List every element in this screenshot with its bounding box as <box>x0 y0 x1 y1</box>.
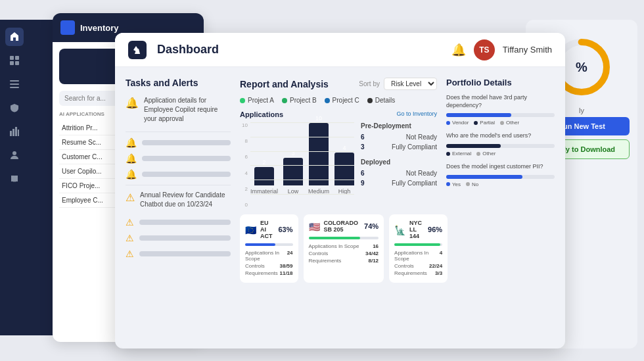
co-stat-1: Applications In Scope 16 <box>309 243 379 249</box>
bar-chart-wrapper: 10 8 6 4 2 0 <box>240 122 354 208</box>
dashboard-header: Dashboard 🔔 TS Tiffany Smith <box>115 33 565 67</box>
sort-label: Sort by <box>359 80 380 87</box>
legend-no: No <box>466 181 478 187</box>
co-bar-fill <box>309 237 361 239</box>
nyc-stat-label-2: Controls <box>394 263 414 269</box>
nyc-stat-2: Controls 22/24 <box>394 263 442 269</box>
legend-label-b: Project B <box>290 97 317 104</box>
bar-medium: 10 Medium <box>308 115 329 195</box>
divider <box>126 132 231 132</box>
sidebar-icon-chart[interactable] <box>5 122 24 141</box>
portfolio-bar-fill-2 <box>446 144 501 148</box>
go-inventory-link[interactable]: Go to Inventory <box>361 110 437 117</box>
chart-title: Applications <box>240 110 354 118</box>
eu-name: EU AI ACT <box>260 220 275 239</box>
not-ready-num: 6 <box>361 133 365 141</box>
sidebar-icon-book[interactable] <box>5 170 24 188</box>
eu-stat-val-3: 11/18 <box>280 270 293 276</box>
external-label: External <box>452 151 471 156</box>
vendor-label: Vendor <box>452 120 469 126</box>
report-title: Report and Analysis <box>240 79 359 89</box>
portfolio-q3: Does the model ingest customer PII? <box>446 163 555 171</box>
sidebar-icon-home[interactable] <box>5 28 24 46</box>
eu-stat-2: Controls 38/59 <box>245 263 293 269</box>
bar-label-high: High <box>338 188 351 195</box>
bar-value-medium: 10 <box>315 115 322 122</box>
sidebar-icon-shield[interactable] <box>5 99 24 117</box>
y-label: 4 <box>245 170 248 176</box>
external-dot <box>446 152 450 156</box>
svg-rect-2 <box>10 61 14 65</box>
inventory-title: Inventory <box>80 23 119 33</box>
eu-stat-val-2: 38/59 <box>280 263 293 269</box>
portfolio-legend-2: External Other <box>446 151 555 156</box>
portfolio-q2: Who are the model's end users? <box>446 132 555 140</box>
bar-label-medium: Medium <box>308 188 329 195</box>
nyc-pct: 96% <box>428 226 442 233</box>
other-dot-2 <box>476 152 480 156</box>
sort-select[interactable]: Risk Level <box>384 78 437 90</box>
deployed-not-ready-num: 6 <box>361 170 365 177</box>
svg-rect-4 <box>10 80 19 82</box>
dashboard-logo <box>128 41 147 59</box>
bar-value-immaterial: 2 <box>263 159 266 166</box>
svg-rect-0 <box>10 56 14 60</box>
alert-line <box>142 140 231 145</box>
y-label: 0 <box>245 202 248 208</box>
not-ready-label: Not Ready <box>406 133 437 141</box>
eu-bar-fill <box>245 243 275 246</box>
yes-dot <box>446 182 450 186</box>
eu-stat-val-1: 24 <box>287 250 293 262</box>
alert-line <box>139 235 231 241</box>
nyc-stat-label-3: Requirements <box>394 270 427 276</box>
tasks-alerts-panel: Tasks and Alerts 🔔 Application details f… <box>126 78 231 338</box>
alert-line <box>142 172 231 177</box>
vendor-dot <box>446 121 450 125</box>
legend-other-2: Other <box>476 151 495 156</box>
sidebar-icon-list[interactable] <box>5 75 24 93</box>
chart-container: Applications 10 8 6 4 2 0 <box>240 110 437 208</box>
alert-line <box>142 156 231 161</box>
bar-value-high: 4 <box>343 145 346 151</box>
warning-icon: ⚠ <box>126 249 134 259</box>
co-stat-val-3: 8/12 <box>368 258 379 264</box>
portfolio-panel: Portfolio Details Does the model have 3r… <box>446 78 555 338</box>
bar-low: 3 Low <box>283 150 303 195</box>
tasks-title: Tasks and Alerts <box>126 78 231 88</box>
nyc-stat-1: Applications In Scope 4 <box>394 250 442 262</box>
portfolio-legend-1: Vendor Partial Other <box>446 120 555 126</box>
dashboard-title: Dashboard <box>157 43 451 57</box>
sidebar-icon-grid[interactable] <box>5 51 24 70</box>
svg-point-11 <box>12 151 16 155</box>
co-flag: 🇺🇸 <box>309 222 320 231</box>
nyc-bar-fill <box>394 243 440 246</box>
legend-project-b: Project B <box>282 97 317 104</box>
svg-rect-8 <box>12 129 14 136</box>
bar-label-immaterial: Immaterial <box>250 188 278 195</box>
legend-project-a: Project A <box>240 97 274 104</box>
bar-rect-high <box>334 153 354 185</box>
inventory-logo <box>60 20 75 35</box>
co-stat-label-2: Controls <box>309 251 329 256</box>
bar-high: 4 High <box>334 145 354 195</box>
co-pct: 74% <box>364 222 379 230</box>
co-stat-val-2: 34/42 <box>365 251 379 256</box>
sidebar-icon-person[interactable] <box>5 146 24 164</box>
fully-compliant-num: 3 <box>361 143 365 151</box>
deployed-compliant-label: Fully Compliant <box>392 180 437 187</box>
portfolio-title: Portfolio Details <box>446 78 555 87</box>
no-label: No <box>472 181 478 187</box>
nyc-bar-bg <box>394 243 442 246</box>
eu-stat-label-2: Controls <box>245 263 265 269</box>
bar-rect-immaterial <box>254 167 274 185</box>
portfolio-bar-bg-2 <box>446 144 555 148</box>
eu-bar-bg <box>245 243 293 246</box>
co-name: COLORADO SB 205 <box>324 220 361 233</box>
co-header: 🇺🇸 COLORADO SB 205 74% <box>309 220 379 233</box>
notification-bell-icon[interactable]: 🔔 <box>451 43 466 57</box>
pre-deploy-title: Pre-Deployment <box>361 122 437 130</box>
deployed-row-2: 9 Fully Compliant <box>361 180 437 187</box>
bars-area: 2 Immaterial 3 Low 10 <box>250 122 354 208</box>
task-text-1: Application details for Employee Copilot… <box>144 96 231 124</box>
legend-dot-c <box>325 98 330 103</box>
